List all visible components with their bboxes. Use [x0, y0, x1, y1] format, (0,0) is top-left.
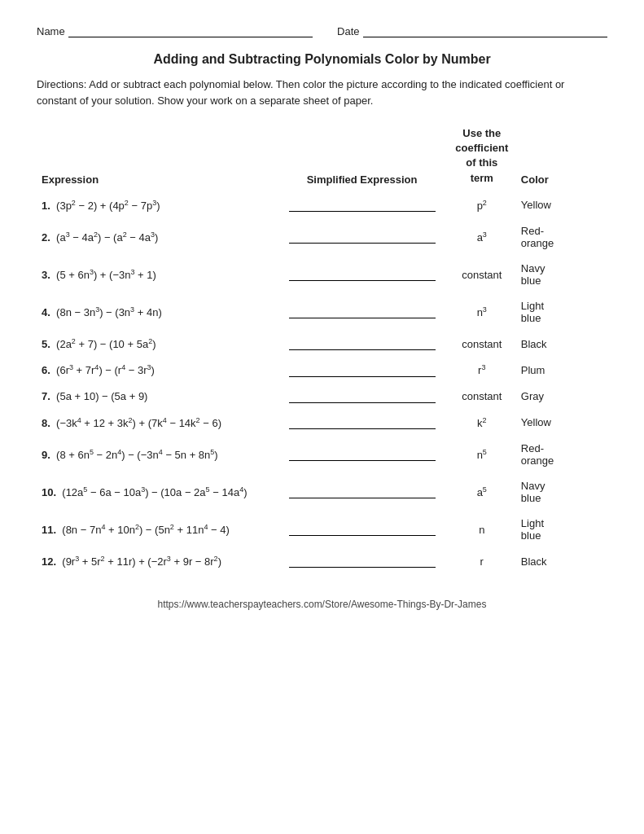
simplified-cell [276, 473, 447, 511]
expression-cell: 5. (2a2 + 7) − (10 + 5a2) [37, 331, 276, 357]
expression-cell: 3. (5 + 6n3) + (−3n3 + 1) [37, 256, 276, 293]
header-expression: Expression [37, 123, 276, 192]
term-cell: n5 [448, 436, 516, 473]
term-cell: constant [448, 384, 516, 410]
table-row: 12. (9r3 + 5r2 + 11r) + (−2r3 + 9r − 8r2… [37, 548, 607, 574]
table-row: 7. (5a + 10) − (5a + 9) constantGray [37, 384, 607, 410]
color-cell: Lightblue [516, 511, 607, 548]
color-cell: Lightblue [516, 293, 607, 331]
answer-line[interactable] [289, 230, 436, 244]
simplified-cell [276, 256, 447, 293]
color-cell: Yellow [516, 410, 607, 436]
color-cell: Black [516, 548, 607, 574]
name-date-row: Name Date [37, 24, 607, 37]
expression-cell: 7. (5a + 10) − (5a + 9) [37, 384, 276, 410]
term-cell: n [448, 511, 516, 548]
answer-line[interactable] [289, 364, 436, 377]
simplified-cell [276, 548, 447, 574]
simplified-cell [276, 511, 447, 548]
answer-line[interactable] [289, 448, 436, 461]
term-cell: constant [448, 256, 516, 293]
answer-line[interactable] [289, 305, 436, 318]
term-cell: r3 [448, 357, 516, 383]
answer-line[interactable] [289, 416, 436, 429]
color-cell: Plum [516, 357, 607, 383]
table-row: 2. (a3 − 4a2) − (a2 − 4a3) a3Red-orange [37, 218, 607, 256]
answer-line[interactable] [289, 485, 436, 498]
term-cell: r [448, 548, 516, 574]
answer-line[interactable] [289, 199, 436, 212]
color-cell: Navyblue [516, 473, 607, 511]
term-cell: p2 [448, 192, 516, 218]
answer-line[interactable] [289, 268, 436, 281]
color-cell: Black [516, 331, 607, 357]
answer-line[interactable] [289, 390, 436, 403]
expression-cell: 4. (8n − 3n3) − (3n3 + 4n) [37, 293, 276, 331]
table-row: 5. (2a2 + 7) − (10 + 5a2) constantBlack [37, 331, 607, 357]
footer-url: https://www.teacherspayteachers.com/Stor… [37, 599, 607, 610]
answer-line[interactable] [289, 337, 436, 350]
simplified-cell [276, 331, 447, 357]
header-simplified: Simplified Expression [276, 123, 447, 192]
term-cell: constant [448, 331, 516, 357]
name-label: Name [37, 25, 65, 37]
term-cell: k2 [448, 410, 516, 436]
answer-line[interactable] [289, 523, 436, 536]
color-cell: Navyblue [516, 256, 607, 293]
color-cell: Gray [516, 384, 607, 410]
table-row: 8. (−3k4 + 12 + 3k2) + (7k4 − 14k2 − 6) … [37, 410, 607, 436]
color-cell: Yellow [516, 192, 607, 218]
page-title: Adding and Subtracting Polynomials Color… [37, 52, 607, 67]
expression-cell: 9. (8 + 6n5 − 2n4) − (−3n4 − 5n + 8n5) [37, 436, 276, 473]
header-use-coefficient: Use thecoefficientof thisterm [448, 123, 516, 192]
simplified-cell [276, 293, 447, 331]
table-row: 6. (6r3 + 7r4) − (r4 − 3r3) r3Plum [37, 357, 607, 383]
table-row: 9. (8 + 6n5 − 2n4) − (−3n4 − 5n + 8n5) n… [37, 436, 607, 473]
expression-cell: 8. (−3k4 + 12 + 3k2) + (7k4 − 14k2 − 6) [37, 410, 276, 436]
answer-line[interactable] [289, 555, 436, 568]
simplified-cell [276, 384, 447, 410]
date-label: Date [337, 25, 359, 37]
expression-cell: 11. (8n − 7n4 + 10n2) − (5n2 + 11n4 − 4) [37, 511, 276, 548]
simplified-cell [276, 410, 447, 436]
simplified-cell [276, 357, 447, 383]
simplified-cell [276, 436, 447, 473]
color-cell: Red-orange [516, 436, 607, 473]
expression-cell: 1. (3p2 − 2) + (4p2 − 7p3) [37, 192, 276, 218]
expression-cell: 6. (6r3 + 7r4) − (r4 − 3r3) [37, 357, 276, 383]
name-line [68, 24, 313, 37]
directions-text: Directions: Add or subtract each polynom… [37, 77, 607, 108]
table-row: 10. (12a5 − 6a − 10a3) − (10a − 2a5 − 14… [37, 473, 607, 511]
simplified-cell [276, 218, 447, 256]
term-cell: a3 [448, 218, 516, 256]
table-row: 3. (5 + 6n3) + (−3n3 + 1) constantNavybl… [37, 256, 607, 293]
header-color: Color [516, 123, 607, 192]
expression-cell: 10. (12a5 − 6a − 10a3) − (10a − 2a5 − 14… [37, 473, 276, 511]
expression-cell: 12. (9r3 + 5r2 + 11r) + (−2r3 + 9r − 8r2… [37, 548, 276, 574]
term-cell: a5 [448, 473, 516, 511]
table-row: 4. (8n − 3n3) − (3n3 + 4n) n3Lightblue [37, 293, 607, 331]
color-cell: Red-orange [516, 218, 607, 256]
term-cell: n3 [448, 293, 516, 331]
simplified-cell [276, 192, 447, 218]
worksheet-table: Expression Simplified Expression Use the… [37, 123, 607, 574]
table-row: 11. (8n − 7n4 + 10n2) − (5n2 + 11n4 − 4)… [37, 511, 607, 548]
expression-cell: 2. (a3 − 4a2) − (a2 − 4a3) [37, 218, 276, 256]
date-line [363, 24, 607, 37]
table-row: 1. (3p2 − 2) + (4p2 − 7p3) p2Yellow [37, 192, 607, 218]
